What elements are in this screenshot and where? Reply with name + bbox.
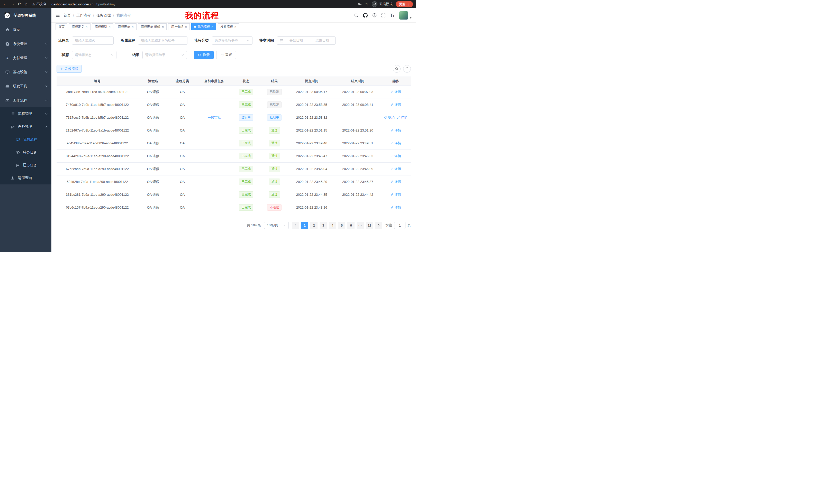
sidebar-item-home[interactable]: 首页 bbox=[0, 23, 51, 37]
pager-page-2[interactable]: 2 bbox=[310, 222, 317, 229]
pager-page-4[interactable]: 4 bbox=[329, 222, 336, 229]
sidebar-item-leave-query[interactable]: 请假查询 bbox=[0, 172, 51, 185]
breadcrumb-home[interactable]: 首页 bbox=[63, 13, 71, 18]
detail-link[interactable]: 详情 bbox=[391, 141, 401, 145]
detail-link[interactable]: 详情 bbox=[391, 90, 401, 94]
tab-my-process[interactable]: 我的流程× bbox=[191, 23, 216, 30]
address-bar[interactable]: ⚠ 不安全 | dashboard.yudao.iocoder.cn/bpm/t… bbox=[32, 2, 354, 6]
pager-next-button[interactable] bbox=[375, 222, 382, 229]
cell-status: 进行中 bbox=[232, 111, 260, 124]
hamburger-icon[interactable] bbox=[55, 13, 60, 18]
tab-user-group[interactable]: 用户分组× bbox=[168, 23, 190, 30]
sidebar-item-todo-task[interactable]: 待办任务 bbox=[0, 146, 51, 159]
sidebar-item-my-process[interactable]: 我的流程 bbox=[0, 133, 51, 146]
bookmark-star-icon[interactable]: ☆ bbox=[365, 2, 368, 6]
tab-close-icon[interactable]: × bbox=[185, 25, 187, 29]
browser-home-icon[interactable]: ⌂ bbox=[25, 2, 27, 6]
detail-link[interactable]: 详情 bbox=[391, 179, 401, 184]
tab-close-icon[interactable]: × bbox=[234, 25, 237, 29]
cell-current-task bbox=[197, 201, 232, 214]
detail-link[interactable]: 详情 bbox=[391, 205, 401, 209]
detail-link[interactable]: 详情 bbox=[397, 115, 407, 120]
page-size-select[interactable]: 10条/页 bbox=[264, 222, 289, 229]
detail-link[interactable]: 详情 bbox=[391, 128, 401, 133]
detail-link[interactable]: 详情 bbox=[391, 167, 401, 171]
github-icon[interactable] bbox=[363, 13, 368, 18]
status-tag: 通过 bbox=[269, 127, 280, 133]
sidebar-item-done-task[interactable]: 已办任务 bbox=[0, 159, 51, 172]
cell-category: OA bbox=[168, 201, 197, 214]
pager-page-6[interactable]: 6 bbox=[347, 222, 355, 229]
cell-submit-time: 2022-01-22 23:44:35 bbox=[289, 188, 335, 201]
edit-icon bbox=[391, 103, 394, 106]
category-select[interactable]: 请选择流程分类 bbox=[212, 36, 253, 45]
cancel-link[interactable]: 取消 bbox=[384, 115, 394, 120]
search-button[interactable]: 搜索 bbox=[194, 51, 214, 59]
page-goto-input[interactable] bbox=[394, 222, 406, 229]
status-select[interactable]: 请选择状态 bbox=[72, 51, 116, 59]
tab-process-form-edit[interactable]: 流程表单-编辑× bbox=[138, 23, 167, 30]
tab-close-icon[interactable]: × bbox=[211, 25, 213, 29]
tab-label: 发起流程 bbox=[220, 25, 233, 29]
table-row: 7317cec6-7b9b-11ec-b5b7-acde48001122OA 请… bbox=[57, 111, 411, 124]
sidebar-item-workflow[interactable]: 工作流程 bbox=[0, 93, 51, 107]
tab-close-icon[interactable]: × bbox=[109, 25, 111, 29]
refresh-table-button[interactable] bbox=[403, 65, 411, 73]
submit-time-range-picker[interactable]: 开始日期 - 结束日期 bbox=[277, 36, 336, 45]
browser-update-button[interactable]: 更新 ⋮ bbox=[396, 1, 413, 7]
tab-process-definition[interactable]: 流程定义× bbox=[69, 23, 90, 30]
pager-page-11[interactable]: 11 bbox=[366, 222, 373, 229]
tab-start-process[interactable]: 发起流程× bbox=[218, 23, 239, 30]
font-size-icon[interactable]: TT bbox=[390, 13, 394, 18]
browser-back-icon[interactable]: ← bbox=[3, 2, 7, 6]
sidebar-item-payment[interactable]: ¥支付管理 bbox=[0, 51, 51, 65]
help-icon[interactable] bbox=[372, 13, 377, 18]
app-logo[interactable]: 芋道管理系统 bbox=[0, 8, 51, 23]
submit-time-label: 提交时间 bbox=[259, 38, 274, 43]
avatar[interactable] bbox=[399, 11, 408, 20]
pager-page-5[interactable]: 5 bbox=[338, 222, 345, 229]
search-icon[interactable] bbox=[354, 13, 358, 18]
fullscreen-icon[interactable] bbox=[381, 13, 385, 18]
sidebar-item-process-mgmt[interactable]: 流程管理 bbox=[0, 107, 51, 120]
breadcrumb-workflow[interactable]: 工作流程 bbox=[76, 13, 91, 18]
pager-page-1[interactable]: 1 bbox=[301, 222, 308, 229]
cell-category: OA bbox=[168, 150, 197, 163]
tab-close-icon[interactable]: × bbox=[86, 25, 88, 29]
reset-button[interactable]: 重置 bbox=[216, 51, 236, 59]
hide-search-button[interactable] bbox=[393, 65, 400, 73]
pager-page-3[interactable]: 3 bbox=[319, 222, 327, 229]
breadcrumb-task-mgmt[interactable]: 任务管理 bbox=[97, 13, 111, 18]
pager-more-button[interactable]: ··· bbox=[357, 222, 364, 229]
table-row: 52ffd28e-7b9a-11ec-a290-acde48001122OA 请… bbox=[57, 175, 411, 188]
detail-link[interactable]: 详情 bbox=[391, 192, 401, 197]
kebab-menu-icon[interactable]: ⋮ bbox=[407, 2, 411, 6]
tab-close-icon[interactable]: × bbox=[132, 25, 134, 29]
start-date-placeholder: 开始日期 bbox=[286, 38, 307, 43]
user-menu[interactable] bbox=[399, 11, 412, 20]
sidebar-item-system[interactable]: 系统管理 bbox=[0, 37, 51, 51]
browser-chrome: ← → ⟳ ⌂ ⚠ 不安全 | dashboard.yudao.iocoder.… bbox=[0, 0, 416, 8]
tab-label: 我的流程 bbox=[198, 25, 210, 29]
process-definition-input[interactable] bbox=[138, 36, 187, 45]
filter-process-name: 流程名 bbox=[57, 36, 114, 45]
detail-link[interactable]: 详情 bbox=[391, 154, 401, 158]
result-select[interactable]: 请选择流结果 bbox=[142, 51, 187, 59]
sidebar-item-task-mgmt[interactable]: 任务管理 bbox=[0, 120, 51, 133]
security-warning[interactable]: ⚠ 不安全 bbox=[32, 2, 47, 6]
browser-forward-icon[interactable]: → bbox=[10, 2, 15, 6]
tab-process-form[interactable]: 流程表单× bbox=[115, 23, 136, 30]
pager-prev-button[interactable] bbox=[292, 222, 299, 229]
tab-process-model[interactable]: 流程模型× bbox=[92, 23, 114, 30]
process-name-input[interactable] bbox=[72, 36, 114, 45]
sidebar-item-devtools[interactable]: 研发工具 bbox=[0, 79, 51, 93]
detail-link[interactable]: 详情 bbox=[391, 103, 401, 107]
sidebar-item-infrastructure[interactable]: 基础设施 bbox=[0, 65, 51, 79]
tab-close-icon[interactable]: × bbox=[162, 25, 164, 29]
edit-icon bbox=[391, 129, 394, 132]
tab-home[interactable]: 首页 bbox=[55, 23, 67, 30]
current-task-link[interactable]: 一级审批 bbox=[207, 116, 221, 119]
browser-reload-icon[interactable]: ⟳ bbox=[18, 2, 21, 6]
key-icon[interactable] bbox=[358, 2, 362, 6]
start-process-button[interactable]: 发起流程 bbox=[57, 65, 82, 73]
